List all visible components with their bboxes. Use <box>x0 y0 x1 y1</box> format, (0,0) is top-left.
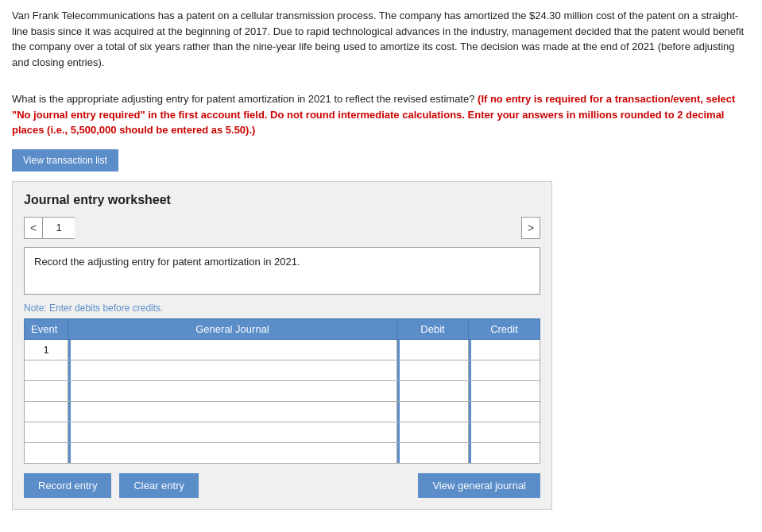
credit-cell[interactable] <box>469 339 540 360</box>
general-journal-input[interactable] <box>68 422 396 442</box>
event-cell <box>25 422 68 442</box>
debit-input[interactable] <box>397 340 468 360</box>
debit-cell[interactable] <box>397 339 469 360</box>
question-plain: What is the appropriate adjusting entry … <box>12 93 478 105</box>
credit-input[interactable] <box>469 381 540 401</box>
debit-input[interactable] <box>397 360 468 380</box>
question-text: What is the appropriate adjusting entry … <box>12 91 750 138</box>
credit-input[interactable] <box>469 340 540 360</box>
credit-cell[interactable] <box>469 422 540 442</box>
record-entry-button[interactable]: Record entry <box>24 473 111 498</box>
intro-paragraph1: Van Frank Telecommunications has a paten… <box>12 8 750 70</box>
event-cell <box>25 360 68 380</box>
debit-cell[interactable] <box>397 422 469 442</box>
table-row: 1 <box>25 339 540 360</box>
debit-cell[interactable] <box>397 380 469 401</box>
col-header-event: Event <box>25 318 68 339</box>
nav-next-button[interactable]: > <box>521 217 540 239</box>
debit-cell[interactable] <box>397 442 469 463</box>
worksheet-nav: < 1 > <box>24 217 540 239</box>
general-journal-cell[interactable] <box>68 380 397 401</box>
instruction-box: Record the adjusting entry for patent am… <box>24 247 540 295</box>
table-row <box>25 422 540 442</box>
debit-cell[interactable] <box>397 401 469 422</box>
general-journal-cell[interactable] <box>68 339 397 360</box>
credit-input[interactable] <box>469 443 540 463</box>
credit-input[interactable] <box>469 360 540 380</box>
credit-cell[interactable] <box>469 442 540 463</box>
debit-input[interactable] <box>397 422 468 442</box>
general-journal-input[interactable] <box>68 381 396 401</box>
general-journal-input[interactable] <box>68 360 396 380</box>
debit-cell[interactable] <box>397 360 469 380</box>
general-journal-input[interactable] <box>68 443 396 463</box>
journal-table: Event General Journal Debit Credit 1 <box>24 318 540 464</box>
event-cell: 1 <box>25 339 68 360</box>
debit-input[interactable] <box>397 443 468 463</box>
general-journal-cell[interactable] <box>68 360 397 380</box>
credit-input[interactable] <box>469 402 540 422</box>
debit-input[interactable] <box>397 381 468 401</box>
table-row <box>25 401 540 422</box>
col-header-debit: Debit <box>397 318 469 339</box>
table-row <box>25 442 540 463</box>
view-transaction-list-button[interactable]: View transaction list <box>12 149 118 172</box>
view-general-journal-button[interactable]: View general journal <box>418 473 540 498</box>
table-row <box>25 360 540 380</box>
event-cell <box>25 401 68 422</box>
clear-entry-button[interactable]: Clear entry <box>119 473 199 498</box>
event-cell <box>25 380 68 401</box>
credit-input[interactable] <box>469 422 540 442</box>
table-row <box>25 380 540 401</box>
event-cell <box>25 442 68 463</box>
general-journal-input[interactable] <box>68 340 396 360</box>
col-header-credit: Credit <box>469 318 540 339</box>
general-journal-cell[interactable] <box>68 442 397 463</box>
credit-cell[interactable] <box>469 360 540 380</box>
bottom-buttons: Record entry Clear entry View general jo… <box>24 473 540 498</box>
journal-entry-worksheet: Journal entry worksheet < 1 > Record the… <box>12 181 552 510</box>
general-journal-input[interactable] <box>68 402 396 422</box>
credit-cell[interactable] <box>469 401 540 422</box>
worksheet-page-number: 1 <box>43 217 75 239</box>
col-header-general-journal: General Journal <box>68 318 397 339</box>
nav-prev-button[interactable]: < <box>24 217 43 239</box>
credit-cell[interactable] <box>469 380 540 401</box>
general-journal-cell[interactable] <box>68 401 397 422</box>
debit-input[interactable] <box>397 402 468 422</box>
worksheet-title: Journal entry worksheet <box>24 193 540 207</box>
note-text: Note: Enter debits before credits. <box>24 303 540 314</box>
general-journal-cell[interactable] <box>68 422 397 442</box>
